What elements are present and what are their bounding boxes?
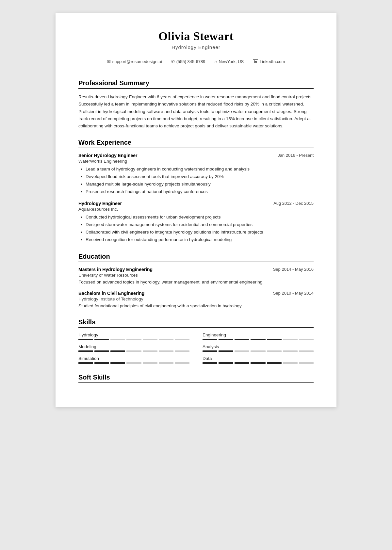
skill-segment xyxy=(267,350,282,352)
skill-bar xyxy=(78,339,189,340)
resume-document: Olivia Stewart Hydrology Engineer ✉ supp… xyxy=(56,13,336,407)
skill-item: Modeling xyxy=(78,344,189,352)
soft-skills-title: Soft Skills xyxy=(78,374,314,383)
contact-bar: ✉ support@resumedesign.ai ✆ (555) 345-67… xyxy=(78,55,314,64)
skill-segment xyxy=(283,362,298,364)
education-title: Education xyxy=(78,253,314,262)
skill-segment xyxy=(283,350,298,352)
job-entry: Senior Hydrology Engineer Jan 2016 - Pre… xyxy=(78,153,314,196)
contact-linkedin: in LinkedIn.com xyxy=(253,59,285,64)
skill-segment xyxy=(203,339,217,340)
professional-summary-title: Professional Summary xyxy=(78,79,314,89)
contact-email: ✉ support@resumedesign.ai xyxy=(107,59,162,64)
skill-segment xyxy=(203,362,217,364)
skill-segment xyxy=(299,350,314,352)
job-title: Senior Hydrology Engineer xyxy=(78,153,137,158)
skill-segment xyxy=(235,362,249,364)
skill-segment xyxy=(203,350,217,352)
contact-phone: ✆ (555) 345-6789 xyxy=(171,59,205,64)
work-experience-title: Work Experience xyxy=(78,139,314,148)
skill-item: Hydrology xyxy=(78,332,189,340)
job-bullet: Designed stormwater management systems f… xyxy=(86,221,314,229)
skill-segment xyxy=(251,339,265,340)
education-entry: Masters in Hydrology Engineering Sep 201… xyxy=(78,267,314,285)
skill-segment xyxy=(143,339,157,340)
location-icon: ⌂ xyxy=(215,59,217,64)
job-bullet: Collaborated with civil engineers to int… xyxy=(86,229,314,236)
job-bullet: Presented research findings at national … xyxy=(86,188,314,196)
job-bullet: Lead a team of hydrology engineers in co… xyxy=(86,166,314,173)
job-bullets-list: Lead a team of hydrology engineers in co… xyxy=(78,166,314,196)
education-container: Masters in Hydrology Engineering Sep 201… xyxy=(78,267,314,310)
skill-name: Data xyxy=(203,356,314,361)
skill-segment xyxy=(126,362,141,364)
contact-location: ⌂ NewYork, US xyxy=(215,59,244,64)
job-dates: Aug 2012 - Dec 2015 xyxy=(273,201,314,206)
work-experience-section: Work Experience Senior Hydrology Enginee… xyxy=(78,139,314,244)
email-icon: ✉ xyxy=(107,59,111,64)
skills-grid: Hydrology Engineering Modeling Analysis … xyxy=(78,332,314,364)
skill-segment xyxy=(219,362,233,364)
skill-bar xyxy=(203,350,314,352)
skill-segment xyxy=(126,350,141,352)
skill-segment xyxy=(159,362,173,364)
skill-segment xyxy=(94,362,109,364)
job-company: AquaResources Inc. xyxy=(78,207,314,212)
skill-segment xyxy=(219,339,233,340)
job-title: Hydrology Engineer xyxy=(78,201,122,206)
job-bullet: Managed multiple large-scale hydrology p… xyxy=(86,181,314,188)
education-entry: Bachelors in Civil Engineering Sep 2010 … xyxy=(78,291,314,309)
skill-segment xyxy=(94,350,109,352)
skill-segment xyxy=(110,350,125,352)
edu-school: Hydrology Institute of Technology xyxy=(78,297,314,301)
linkedin-text: LinkedIn.com xyxy=(260,59,285,64)
candidate-name: Olivia Stewart xyxy=(78,29,314,43)
skill-segment xyxy=(267,362,282,364)
job-company: WaterWorks Engineering xyxy=(78,159,314,164)
professional-summary-text: Results-driven Hydrology Engineer with 6… xyxy=(78,93,314,130)
skill-segment xyxy=(219,350,233,352)
job-dates: Jan 2016 - Present xyxy=(278,153,314,158)
skill-segment xyxy=(143,350,157,352)
skill-bar xyxy=(203,362,314,364)
job-bullets-list: Conducted hydrological assessments for u… xyxy=(78,214,314,244)
skill-name: Engineering xyxy=(203,332,314,337)
edu-description: Studied foundational principles of civil… xyxy=(78,303,314,309)
skill-item: Engineering xyxy=(203,332,314,340)
skill-segment xyxy=(283,339,298,340)
skill-item: Analysis xyxy=(203,344,314,352)
job-entry: Hydrology Engineer Aug 2012 - Dec 2015 A… xyxy=(78,201,314,244)
location-text: NewYork, US xyxy=(219,59,244,64)
jobs-container: Senior Hydrology Engineer Jan 2016 - Pre… xyxy=(78,153,314,244)
skill-item: Simulation xyxy=(78,356,189,364)
linkedin-icon: in xyxy=(253,59,258,64)
skill-segment xyxy=(175,362,189,364)
skill-bar xyxy=(203,339,314,340)
skill-segment xyxy=(110,362,125,364)
job-bullet: Conducted hydrological assessments for u… xyxy=(86,214,314,221)
professional-summary-section: Professional Summary Results-driven Hydr… xyxy=(78,79,314,130)
skill-segment xyxy=(94,339,109,340)
skill-segment xyxy=(78,362,93,364)
education-section: Education Masters in Hydrology Engineeri… xyxy=(78,253,314,310)
skill-name: Modeling xyxy=(78,344,189,349)
header-section: Olivia Stewart Hydrology Engineer ✉ supp… xyxy=(78,29,314,70)
skill-segment xyxy=(251,362,265,364)
skill-item: Data xyxy=(203,356,314,364)
skill-segment xyxy=(159,339,173,340)
skill-name: Simulation xyxy=(78,356,189,361)
skill-name: Analysis xyxy=(203,344,314,349)
skill-segment xyxy=(235,350,249,352)
skill-segment xyxy=(267,339,282,340)
skill-segment xyxy=(110,339,125,340)
job-bullet: Received recognition for outstanding per… xyxy=(86,236,314,244)
skill-segment xyxy=(299,339,314,340)
email-text: support@resumedesign.ai xyxy=(112,59,162,64)
skills-section: Skills Hydrology Engineering Modeling An… xyxy=(78,318,314,364)
job-bullet: Developed flood risk assessment tools th… xyxy=(86,173,314,181)
skill-segment xyxy=(175,350,189,352)
skill-bar xyxy=(78,350,189,352)
skill-segment xyxy=(299,362,314,364)
edu-dates: Sep 2014 - May 2016 xyxy=(273,267,314,272)
skill-segment xyxy=(235,339,249,340)
